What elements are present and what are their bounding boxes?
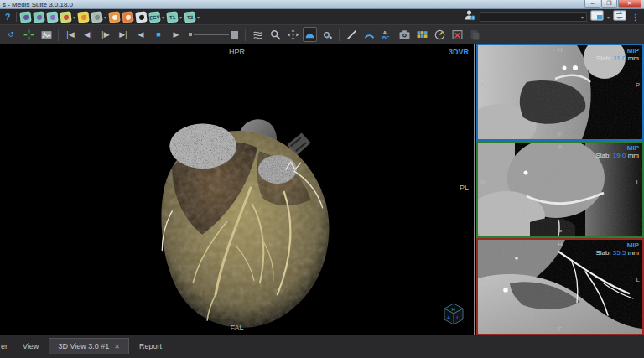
- app-icon-9[interactable]: [135, 11, 147, 23]
- main-3d-view[interactable]: HPR 3DVR PL FAL H L A: [0, 44, 475, 335]
- help-icon[interactable]: ?: [3, 12, 13, 22]
- chevron-down-icon[interactable]: ▾: [104, 14, 106, 20]
- app-icon-ecv[interactable]: ECV: [148, 11, 160, 23]
- app-icon-5[interactable]: [77, 11, 89, 23]
- chevron-down-icon[interactable]: ▾: [607, 14, 610, 20]
- camera-icon[interactable]: [397, 27, 412, 42]
- zoom-icon[interactable]: [267, 27, 283, 42]
- orientation-label-left: A: [480, 81, 485, 89]
- orientation-label-right: L: [636, 179, 640, 186]
- app-icon-7[interactable]: [108, 11, 120, 23]
- app-icon-3[interactable]: [46, 11, 58, 23]
- close-views-icon[interactable]: [449, 27, 465, 42]
- angle-icon[interactable]: [361, 27, 377, 42]
- layout-switch-icon[interactable]: [613, 9, 626, 24]
- mip-info: MIP Slab: 35.5 mm: [595, 241, 639, 257]
- app-icon-8[interactable]: [122, 11, 133, 23]
- window-titlebar: s - Medis Suite 3.0.18.0 – ❐ ✕: [0, 0, 644, 9]
- app-icon-2-glyph: [36, 14, 42, 20]
- last-frame-button[interactable]: ▶|: [116, 27, 131, 42]
- tab-label: View: [23, 342, 39, 350]
- svg-text:A: A: [447, 315, 450, 320]
- svg-text:BC: BC: [382, 35, 390, 40]
- view-snapshot-icon[interactable]: [39, 27, 54, 42]
- toolbar-right-group: ▾ ▾ ⋮: [464, 9, 641, 24]
- app-launcher-group: ▾▾ECV▾T1▾T2▾: [20, 12, 200, 23]
- orientation-label-top: H: [558, 241, 563, 248]
- play-backward-button[interactable]: ◀: [133, 27, 148, 42]
- chevron-down-icon[interactable]: ▾: [197, 14, 200, 20]
- mode-label: MIP: [595, 144, 639, 152]
- layout-grid-icon[interactable]: [414, 27, 429, 42]
- tab-3d-view[interactable]: 3D View 3.0 #1 ✕: [49, 338, 129, 354]
- tools-toolbar: ↺|◀◀||▶▶|◀■▶ABC: [0, 24, 644, 44]
- user-icon[interactable]: [464, 9, 476, 24]
- reset-view-icon[interactable]: ↺: [3, 27, 18, 42]
- orientation-cube[interactable]: H L A: [440, 301, 467, 328]
- mip-view-2[interactable]: A R L P MIP Slab: 19.0 mm: [476, 141, 644, 238]
- app-icon-1-glyph: [23, 14, 29, 20]
- orientation-label-bottom: F: [558, 131, 563, 138]
- mode-label: MIP: [596, 47, 639, 54]
- first-frame-button[interactable]: |◀: [63, 27, 78, 42]
- orientation-label-bottom: FAL: [230, 324, 243, 332]
- patient-search-combobox[interactable]: ▾: [480, 12, 587, 22]
- tab-view[interactable]: View: [14, 338, 47, 354]
- display-options-icon[interactable]: [319, 27, 335, 42]
- stop-button[interactable]: ■: [151, 27, 166, 42]
- orientation-label-right: P: [636, 81, 640, 89]
- app-icon-6-glyph: [94, 14, 100, 20]
- orientation-label-right: L: [636, 276, 640, 283]
- pan-icon[interactable]: [285, 27, 300, 42]
- toolbar-separator: [16, 12, 17, 22]
- view-tabbar: er View 3D View 3.0 #1 ✕ Report: [0, 335, 644, 358]
- chevron-down-icon[interactable]: ▾: [73, 14, 75, 20]
- app-icon-2[interactable]: [33, 11, 44, 23]
- restore-button[interactable]: ❐: [601, 0, 617, 8]
- tab-viewer[interactable]: er: [0, 338, 13, 354]
- volume-rendered-heart: [0, 44, 473, 333]
- slider-min-mark: [189, 33, 192, 36]
- app-icon-t2[interactable]: T2: [184, 11, 195, 23]
- overflow-menu-icon[interactable]: ⋮: [631, 13, 640, 22]
- toolbar-separator: [339, 29, 340, 41]
- app-icon-4[interactable]: [60, 11, 71, 23]
- next-frame-button[interactable]: |▶: [98, 27, 113, 42]
- text-annotation-icon[interactable]: ABC: [379, 27, 394, 42]
- app-icon-9-glyph: [138, 14, 144, 20]
- mip-view-3[interactable]: H R L F MIP Slab: 35.5 mm: [476, 238, 644, 335]
- mode-label: MIP: [595, 241, 639, 249]
- chevron-down-icon[interactable]: ▾: [179, 14, 182, 20]
- tab-close-icon[interactable]: ✕: [114, 343, 120, 350]
- render-mode-label: 3DVR: [449, 48, 469, 56]
- compass-icon[interactable]: [432, 27, 447, 42]
- slider-handle[interactable]: [231, 31, 238, 39]
- orientation-label-left: R: [480, 276, 486, 283]
- close-button[interactable]: ✕: [618, 0, 641, 8]
- window-level-icon[interactable]: [303, 27, 317, 42]
- app-icon-5-glyph: [80, 14, 86, 20]
- app-icon-1[interactable]: [19, 11, 31, 23]
- speed-slider[interactable]: [189, 31, 238, 39]
- previous-frame-button[interactable]: ◀|: [80, 27, 96, 42]
- stack-icon[interactable]: [250, 27, 265, 42]
- orientation-label-bottom: P: [558, 228, 562, 236]
- paste-icon[interactable]: [467, 27, 482, 42]
- minimize-button[interactable]: –: [584, 0, 600, 8]
- app-icon-t1[interactable]: T1: [166, 11, 178, 23]
- ruler-icon[interactable]: [344, 27, 359, 42]
- app-icon-3-glyph: [49, 14, 55, 20]
- slider-track[interactable]: [194, 34, 229, 35]
- workspace: HPR 3DVR PL FAL H L A: [0, 44, 644, 335]
- sync-pointer-icon[interactable]: [21, 27, 36, 42]
- play-forward-button[interactable]: ▶: [169, 27, 184, 42]
- tab-report[interactable]: Report: [131, 338, 170, 354]
- app-icon-6[interactable]: [91, 11, 102, 23]
- layout-preset-icon[interactable]: [590, 9, 604, 24]
- tab-label: Report: [139, 342, 162, 350]
- chevron-down-icon[interactable]: ▾: [162, 14, 164, 20]
- tab-label: er: [1, 342, 8, 350]
- mip-view-1[interactable]: H A P F MIP Slab: 11.0 mm: [476, 44, 644, 141]
- app-icon-7-glyph: [112, 14, 117, 20]
- tab-label: 3D View 3.0 #1: [58, 342, 109, 350]
